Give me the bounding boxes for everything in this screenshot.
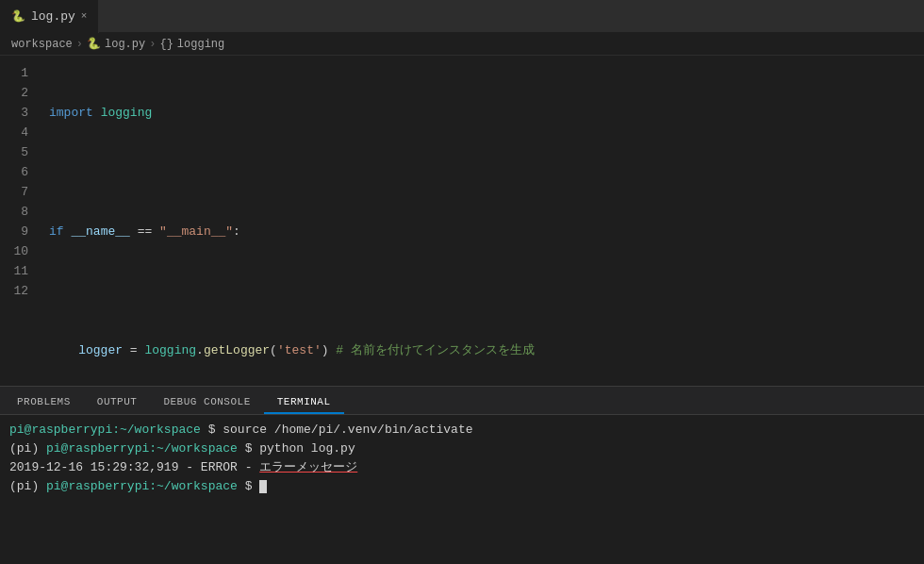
breadcrumb-sep2: › bbox=[149, 38, 156, 51]
terminal-line-3: 2019-12-16 15:29:32,919 - ERROR - エラーメッセ… bbox=[9, 458, 915, 477]
code-line-4 bbox=[49, 281, 913, 301]
terminal-cursor bbox=[259, 480, 267, 493]
terminal-content[interactable]: pi@raspberrypi:~/workspace $ source /hom… bbox=[0, 415, 924, 563]
tab-problems[interactable]: PROBLEMS bbox=[4, 391, 84, 414]
line-num-8: 8 bbox=[0, 202, 38, 222]
line-num-4: 4 bbox=[0, 123, 38, 142]
breadcrumb: workspace › 🐍 log.py › {} logging bbox=[0, 33, 924, 56]
breadcrumb-section[interactable]: logging bbox=[177, 38, 224, 51]
terminal-line-4: (pi) pi@raspberrypi:~/workspace $ bbox=[9, 477, 915, 496]
code-line-2 bbox=[49, 162, 913, 182]
python-file-icon: 🐍 bbox=[11, 9, 25, 24]
code-line-3: if __name__ == "__main__": bbox=[49, 222, 913, 241]
tab-filename: log.py bbox=[31, 9, 75, 24]
tab-terminal[interactable]: TERMINAL bbox=[264, 391, 344, 414]
line-num-10: 10 bbox=[0, 241, 38, 261]
breadcrumb-curly: {} bbox=[159, 38, 173, 51]
breadcrumb-workspace[interactable]: workspace bbox=[11, 38, 73, 51]
tab-log-py[interactable]: 🐍 log.py × bbox=[0, 0, 99, 33]
panel-area: PROBLEMS OUTPUT DEBUG CONSOLE TERMINAL p… bbox=[0, 386, 924, 563]
terminal-line-2: (pi) pi@raspberrypi:~/workspace $ python… bbox=[9, 440, 915, 458]
line-num-2: 2 bbox=[0, 83, 38, 103]
line-num-1: 1 bbox=[0, 63, 38, 83]
breadcrumb-file[interactable]: log.py bbox=[105, 38, 145, 51]
line-num-11: 11 bbox=[0, 261, 38, 281]
line-numbers: 1 2 3 4 5 6 7 8 9 10 11 12 bbox=[0, 56, 38, 386]
breadcrumb-sep1: › bbox=[76, 38, 83, 51]
tab-output[interactable]: OUTPUT bbox=[84, 391, 151, 414]
line-num-6: 6 bbox=[0, 162, 38, 182]
terminal-line-1: pi@raspberrypi:~/workspace $ source /hom… bbox=[9, 421, 915, 440]
line-num-12: 12 bbox=[0, 281, 38, 301]
code-line-5: logger = logging.getLogger('test') # 名前を… bbox=[49, 340, 913, 360]
code-editor[interactable]: import logging if __name__ == "__main__"… bbox=[38, 56, 924, 386]
editor-area: 1 2 3 4 5 6 7 8 9 10 11 12 import loggin… bbox=[0, 56, 924, 386]
line-num-5: 5 bbox=[0, 142, 38, 162]
panel-tabs: PROBLEMS OUTPUT DEBUG CONSOLE TERMINAL bbox=[0, 387, 924, 415]
tab-bar: 🐍 log.py × bbox=[0, 0, 924, 33]
breadcrumb-python-icon: 🐍 bbox=[87, 37, 101, 51]
tab-debug-console[interactable]: DEBUG CONSOLE bbox=[150, 391, 263, 414]
line-num-3: 3 bbox=[0, 103, 38, 123]
code-line-1: import logging bbox=[49, 103, 913, 123]
close-tab-icon[interactable]: × bbox=[81, 10, 88, 22]
line-num-9: 9 bbox=[0, 222, 38, 241]
line-num-7: 7 bbox=[0, 182, 38, 202]
